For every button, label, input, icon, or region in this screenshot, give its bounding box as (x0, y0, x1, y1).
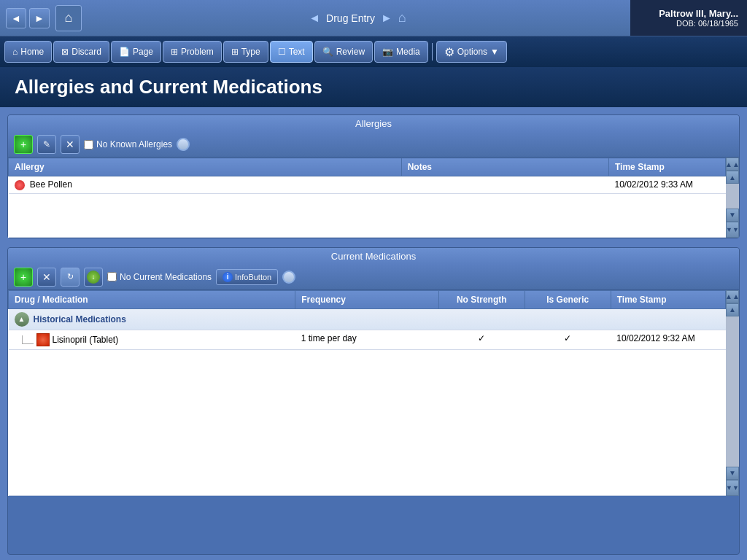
medications-add-button[interactable]: + (14, 268, 33, 287)
scroll-down-button[interactable]: ▼ (726, 209, 739, 222)
options-button[interactable]: ⚙ Options ▼ (436, 41, 507, 63)
center-navigation: ◄ Drug Entry ► ⌂ (85, 10, 630, 26)
is-generic-cell: ✓ (525, 330, 611, 349)
medications-download-button[interactable]: ↓ (84, 268, 103, 287)
table-row-empty (9, 193, 726, 237)
no-current-medications-checkbox[interactable] (107, 272, 117, 281)
review-icon: 🔍 (322, 47, 333, 57)
info-button[interactable]: i InfoButton (216, 269, 278, 285)
tree-line (22, 335, 34, 344)
med-scroll-up-double-button[interactable]: ▲▲ (726, 290, 739, 303)
add-icon: + (20, 271, 26, 283)
text-button[interactable]: ☐ Text (270, 41, 313, 63)
medications-table-area: Drug / Medication Frequency No Strength … (8, 290, 726, 496)
allergy-col-header: Allergy (9, 158, 402, 176)
med-scroll-up-button[interactable]: ▲ (726, 303, 739, 316)
add-icon: + (20, 139, 26, 150)
scroll-track[interactable] (726, 184, 739, 209)
allergies-add-button[interactable]: + (14, 135, 33, 154)
scroll-up-double-button[interactable]: ▲▲ (726, 158, 739, 171)
timestamp-cell: 10/02/2012 9:33 AM (609, 176, 726, 194)
options-dropdown-icon: ▼ (490, 47, 499, 57)
allergies-header: Allergies (8, 115, 739, 132)
nav-back-button[interactable]: ◄ (6, 8, 26, 28)
patient-name: Paltrow III, Mary... (639, 8, 738, 19)
no-known-allergies-checkbox[interactable] (84, 140, 93, 149)
med-timestamp-col-header: Time Stamp (611, 290, 725, 308)
historical-expand-icon: ▲ (15, 312, 29, 327)
medications-delete-button[interactable]: ✕ (37, 268, 56, 287)
nav-forward-button[interactable]: ► (29, 8, 50, 28)
timestamp-col-header: Time Stamp (609, 158, 726, 176)
medications-toolbar: + ✕ ↻ ↓ No Current Medications i InfoBut… (8, 265, 739, 290)
type-button[interactable]: ⊞ Type (223, 41, 268, 63)
medications-scrollbar: ▲▲ ▲ ▼ ▼▼ (726, 290, 739, 496)
toolbar-separator (432, 43, 433, 61)
allergies-section: Allergies + ✎ ✕ No Known Allergies (7, 114, 740, 238)
main-toolbar: ⌂ Home ⊠ Discard 📄 Page ⊞ Problem ⊞ Type… (0, 36, 747, 67)
med-timestamp-cell: 10/02/2012 9:32 AM (611, 330, 725, 349)
problem-button[interactable]: ⊞ Problem (163, 41, 222, 63)
med-scroll-down-double-button[interactable]: ▼▼ (726, 480, 739, 496)
scroll-up-button[interactable]: ▲ (726, 171, 739, 184)
discard-icon: ⊠ (61, 47, 69, 57)
text-icon: ☐ (278, 47, 286, 57)
top-navigation: ◄ ► ⌂ ◄ Drug Entry ► ⌂ Paltrow III, Mary… (0, 0, 747, 36)
nav-arrows: ◄ ► (0, 8, 55, 28)
is-generic-col-header: Is Generic (525, 290, 611, 308)
no-strength-cell: ✓ (438, 330, 525, 349)
delete-icon: ✕ (66, 139, 74, 150)
nav-end-home-icon[interactable]: ⌂ (398, 10, 406, 26)
no-strength-col-header: No Strength (438, 290, 525, 308)
discard-button[interactable]: ⊠ Discard (53, 41, 109, 63)
allergy-icon (15, 180, 25, 190)
historical-medications-row[interactable]: ▲ Historical Medications (9, 308, 726, 330)
info-icon: i (222, 272, 233, 282)
media-icon: 📷 (382, 47, 393, 57)
page-button[interactable]: 📄 Page (111, 41, 161, 63)
problem-icon: ⊞ (171, 47, 178, 57)
main-content: Allergies + ✎ ✕ No Known Allergies (0, 107, 747, 560)
review-button[interactable]: 🔍 Review (314, 41, 373, 63)
allergy-cell: Bee Pollen (9, 176, 402, 194)
medications-section: Current Medications + ✕ ↻ ↓ No Current M… (7, 247, 740, 555)
page-title-bar: Allergies and Current Medications (0, 67, 747, 107)
medication-icon (36, 333, 50, 346)
medications-header: Current Medications (8, 248, 739, 265)
frequency-cell: 1 time per day (295, 330, 439, 349)
medications-refresh-button[interactable]: ↻ (61, 268, 80, 287)
no-current-medications-label[interactable]: No Current Medications (107, 272, 212, 282)
empty-row (9, 349, 726, 495)
home-button[interactable]: ⌂ Home (4, 41, 52, 63)
table-row[interactable]: Bee Pollen 10/02/2012 9:33 AM (9, 176, 726, 194)
patient-dob: DOB: 06/18/1965 (639, 19, 738, 28)
scroll-down-double-button[interactable]: ▼▼ (726, 222, 739, 238)
medications-table: Drug / Medication Frequency No Strength … (8, 290, 726, 496)
page-icon: 📄 (119, 47, 130, 57)
drug-cell: Lisinopril (Tablet) (9, 330, 295, 349)
nav-prev-icon[interactable]: ◄ (309, 12, 320, 25)
nav-home-icon: ⌂ (65, 10, 73, 26)
allergies-toolbar: + ✎ ✕ No Known Allergies (8, 132, 739, 158)
notes-cell (401, 176, 608, 194)
type-icon: ⊞ (231, 47, 239, 57)
allergies-edit-button[interactable]: ✎ (37, 135, 56, 154)
no-known-allergies-label[interactable]: No Known Allergies (84, 139, 172, 149)
gear-icon: ⚙ (444, 45, 454, 59)
med-scroll-track[interactable] (726, 316, 739, 467)
historical-row[interactable]: ▲ Historical Medications (9, 309, 726, 330)
allergies-table: Allergy Notes Time Stamp Bee Pollen (8, 158, 726, 238)
media-button[interactable]: 📷 Media (374, 41, 428, 63)
allergies-radio-button[interactable] (177, 138, 190, 151)
medication-row[interactable]: Lisinopril (Tablet) 1 time per day ✓ ✓ 1… (9, 330, 726, 349)
med-scroll-down-button[interactable]: ▼ (726, 467, 739, 480)
nav-next-icon[interactable]: ► (381, 12, 392, 25)
patient-info: Paltrow III, Mary... DOB: 06/18/1965 (630, 0, 747, 36)
allergies-delete-button[interactable]: ✕ (61, 135, 80, 154)
allergies-table-area: Allergy Notes Time Stamp Bee Pollen (8, 158, 726, 238)
medications-table-wrapper: Drug / Medication Frequency No Strength … (8, 290, 739, 496)
allergies-table-wrapper: Allergy Notes Time Stamp Bee Pollen (8, 158, 739, 238)
refresh-icon: ↻ (67, 272, 74, 281)
delete-icon: ✕ (42, 271, 51, 283)
medications-radio-button[interactable] (282, 271, 295, 284)
